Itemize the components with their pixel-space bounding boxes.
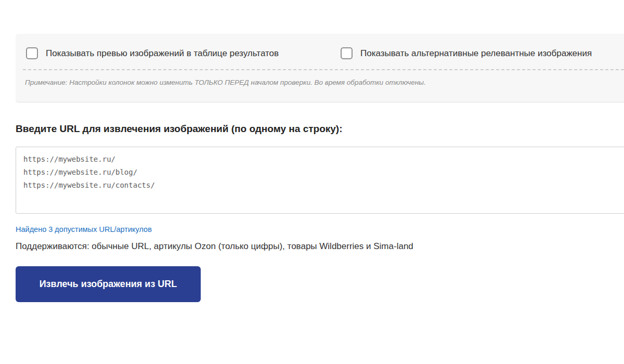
dashed-divider [23, 69, 624, 70]
column-options-panel: Показывать превью изображений в таблице … [16, 34, 624, 102]
page: Показывать превью изображений в таблице … [0, 0, 624, 364]
checkbox-icon[interactable] [26, 47, 38, 59]
url-input-textarea[interactable]: https://mywebsite.ru/ https://mywebsite.… [16, 147, 624, 214]
url-input-heading: Введите URL для извлечения изображений (… [16, 123, 342, 135]
checkbox-show-previews-label: Показывать превью изображений в таблице … [46, 48, 279, 59]
checkbox-icon[interactable] [341, 47, 353, 59]
checkbox-show-previews[interactable]: Показывать превью изображений в таблице … [26, 47, 279, 59]
found-urls-status: Найдено 3 допустимых URL/артикулов [16, 225, 152, 233]
extract-images-button[interactable]: Извлечь изображения из URL [16, 266, 201, 302]
supported-formats-text: Поддерживаются: обычные URL, артикулы Oz… [16, 241, 413, 252]
checkbox-show-alternatives[interactable]: Показывать альтернативные релевантные из… [341, 47, 592, 59]
checkbox-show-alternatives-label: Показывать альтернативные релевантные из… [360, 48, 592, 59]
checkbox-row: Показывать превью изображений в таблице … [16, 47, 624, 60]
panel-note: Примечание: Настройки колонок можно изме… [25, 79, 426, 86]
